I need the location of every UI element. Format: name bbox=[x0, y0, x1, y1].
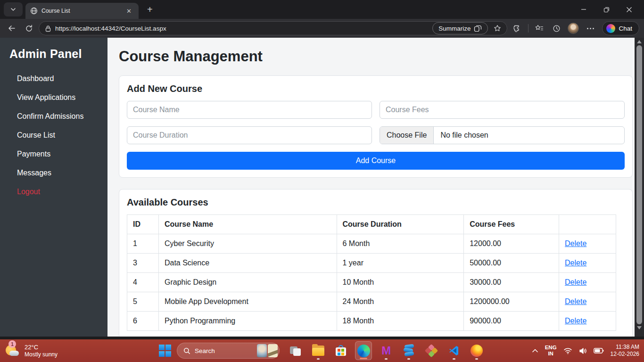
cell-fees: 1200000.00 bbox=[464, 292, 559, 312]
browser-tab-course-list[interactable]: Course List ✕ bbox=[25, 3, 139, 19]
cell-id: 4 bbox=[127, 273, 159, 292]
taskbar-microsoft-365[interactable]: M bbox=[378, 341, 395, 360]
sidebar-item-course-list[interactable]: Course List bbox=[9, 126, 107, 145]
page-viewport: Admin Panel Dashboard View Applications … bbox=[0, 38, 644, 337]
ssms-diamond-icon bbox=[425, 345, 438, 357]
delete-link[interactable]: Delete bbox=[565, 317, 586, 325]
wifi-icon[interactable] bbox=[563, 347, 572, 354]
sidebar-item-messages[interactable]: Messages bbox=[9, 164, 107, 182]
add-course-button[interactable]: Add Course bbox=[127, 152, 625, 170]
cell-duration: 1 year bbox=[337, 254, 464, 273]
cell-action: Delete bbox=[559, 254, 616, 273]
scrollbar-thumb[interactable] bbox=[636, 45, 642, 324]
delete-link[interactable]: Delete bbox=[565, 278, 586, 286]
search-highlight-image-bird bbox=[268, 344, 278, 357]
taskbar-firefox[interactable] bbox=[468, 341, 485, 360]
taskbar-task-view[interactable] bbox=[287, 341, 304, 360]
summarize-label: Summarize bbox=[438, 25, 471, 32]
tab-search-button[interactable] bbox=[4, 2, 23, 16]
page-scrollbar[interactable] bbox=[635, 38, 644, 337]
copilot-logo-icon bbox=[606, 24, 615, 33]
favorite-star-icon[interactable] bbox=[491, 22, 504, 34]
taskbar-edge-active[interactable] bbox=[355, 341, 372, 360]
more-options-button[interactable] bbox=[583, 21, 597, 35]
battery-icon[interactable] bbox=[594, 348, 604, 354]
cell-fees: 90000.00 bbox=[464, 312, 559, 331]
summarize-button[interactable]: Summarize bbox=[432, 22, 488, 34]
course-fees-input[interactable] bbox=[380, 101, 625, 119]
tray-chevron-up-icon[interactable] bbox=[532, 348, 538, 353]
window-minimize-button[interactable] bbox=[579, 5, 588, 14]
choose-file-button[interactable]: Choose File bbox=[380, 127, 434, 144]
sidebar-item-confirm-admissions[interactable]: Confirm Admissions bbox=[9, 107, 107, 126]
taskbar-clock[interactable]: 11:38 AM 12-02-2026 bbox=[611, 344, 639, 358]
new-tab-button[interactable]: + bbox=[144, 4, 156, 15]
cell-name: Graphic Design bbox=[158, 273, 337, 292]
weather-temperature: 22°C bbox=[25, 344, 58, 351]
microsoft-365-icon: M bbox=[381, 345, 391, 356]
available-courses-heading: Available Courses bbox=[127, 197, 625, 208]
sidebar-item-logout[interactable]: Logout bbox=[9, 182, 107, 201]
column-header-id: ID bbox=[127, 215, 159, 234]
course-image-file-input[interactable]: Choose File No file chosen bbox=[380, 126, 625, 144]
cell-duration: 18 Month bbox=[337, 312, 464, 331]
toolbar-divider bbox=[528, 24, 528, 33]
page-title: Course Management bbox=[119, 48, 633, 65]
taskbar-azure-data-studio[interactable] bbox=[400, 341, 417, 360]
main-content: Course Management Add New Course Choose … bbox=[107, 38, 644, 337]
column-header-fees: Course Fees bbox=[464, 215, 559, 234]
avatar bbox=[568, 23, 579, 34]
profile-avatar[interactable] bbox=[566, 21, 580, 35]
taskbar-ssms[interactable] bbox=[423, 341, 440, 360]
course-duration-input[interactable] bbox=[127, 126, 372, 144]
delete-link[interactable]: Delete bbox=[565, 259, 586, 267]
taskbar-vscode[interactable] bbox=[446, 341, 462, 360]
column-header-duration: Course Duration bbox=[337, 215, 464, 234]
table-row: 5 Mobile App Development 24 Month 120000… bbox=[127, 292, 616, 312]
data-stack-icon bbox=[403, 345, 414, 357]
search-label: Search bbox=[195, 347, 257, 354]
volume-icon[interactable] bbox=[579, 347, 587, 354]
scroll-up-arrow-icon[interactable] bbox=[637, 40, 642, 43]
extensions-icon[interactable] bbox=[510, 21, 524, 35]
language-indicator[interactable]: ENG IN bbox=[545, 345, 557, 357]
taskbar-file-explorer[interactable] bbox=[310, 341, 327, 360]
clock-date: 12-02-2026 bbox=[611, 351, 639, 358]
chat-label: Chat bbox=[619, 25, 632, 32]
cell-action: Delete bbox=[559, 234, 616, 254]
taskbar-microsoft-store[interactable] bbox=[332, 341, 349, 360]
window-close-button[interactable] bbox=[624, 5, 634, 14]
course-name-input[interactable] bbox=[127, 101, 372, 119]
microsoft-store-icon bbox=[335, 345, 347, 356]
lock-icon bbox=[45, 25, 51, 32]
back-button[interactable] bbox=[5, 21, 19, 35]
sidebar-item-view-applications[interactable]: View Applications bbox=[9, 88, 107, 107]
region-code: IN bbox=[545, 351, 557, 357]
history-icon[interactable] bbox=[549, 21, 563, 35]
window-restore-button[interactable] bbox=[602, 5, 611, 14]
globe-favicon-icon bbox=[30, 7, 38, 15]
weather-widget[interactable]: 1 22°C Mostly sunny bbox=[5, 343, 58, 358]
delete-link[interactable]: Delete bbox=[565, 239, 586, 247]
cell-name: Cyber Security bbox=[158, 234, 337, 254]
copilot-chat-button[interactable]: Chat bbox=[602, 21, 639, 35]
column-header-name: Course Name bbox=[158, 215, 337, 234]
sidebar-item-payments[interactable]: Payments bbox=[9, 145, 107, 164]
weather-sun-cloud-icon: 1 bbox=[5, 343, 21, 358]
start-button[interactable] bbox=[159, 345, 171, 357]
sidebar-item-dashboard[interactable]: Dashboard bbox=[9, 69, 107, 88]
refresh-button[interactable] bbox=[22, 21, 36, 35]
favorites-bar-icon[interactable] bbox=[532, 21, 546, 35]
cell-duration: 24 Month bbox=[337, 292, 464, 312]
column-header-action bbox=[559, 215, 616, 234]
taskbar-search-box[interactable]: Search bbox=[177, 343, 280, 359]
table-row: 4 Graphic Design 10 Month 30000.00 Delet… bbox=[127, 273, 616, 292]
delete-link[interactable]: Delete bbox=[565, 297, 586, 305]
scroll-down-arrow-icon[interactable] bbox=[637, 326, 642, 329]
add-course-card: Add New Course Choose File No file chose… bbox=[119, 75, 633, 178]
address-bar[interactable]: https://localhost:44342/CourseList.aspx … bbox=[39, 21, 507, 35]
tab-close-icon[interactable]: ✕ bbox=[124, 7, 134, 16]
cell-action: Delete bbox=[559, 312, 616, 331]
cell-name: Python Programming bbox=[158, 312, 337, 331]
table-row: 6 Python Programming 18 Month 90000.00 D… bbox=[127, 312, 616, 331]
